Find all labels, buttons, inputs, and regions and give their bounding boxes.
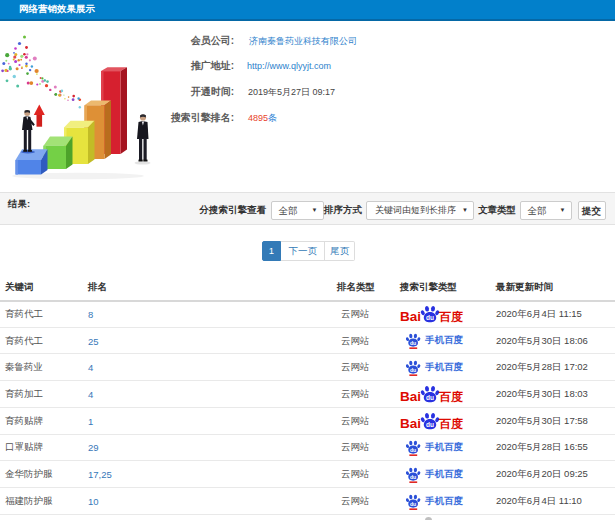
svg-text:Bai: Bai xyxy=(400,309,421,324)
svg-text:du: du xyxy=(426,314,434,321)
svg-text:du: du xyxy=(410,501,416,507)
svg-text:du: du xyxy=(410,367,416,373)
svg-text:百度: 百度 xyxy=(438,390,463,404)
svg-text:百度: 百度 xyxy=(438,417,463,431)
svg-text:du: du xyxy=(410,447,416,453)
svg-text:Bai: Bai xyxy=(400,389,421,404)
svg-text:Bai: Bai xyxy=(400,416,421,431)
svg-text:百度: 百度 xyxy=(438,310,463,324)
svg-text:du: du xyxy=(426,421,434,428)
svg-text:du: du xyxy=(410,474,416,480)
svg-text:du: du xyxy=(426,394,434,401)
svg-text:du: du xyxy=(410,341,416,347)
